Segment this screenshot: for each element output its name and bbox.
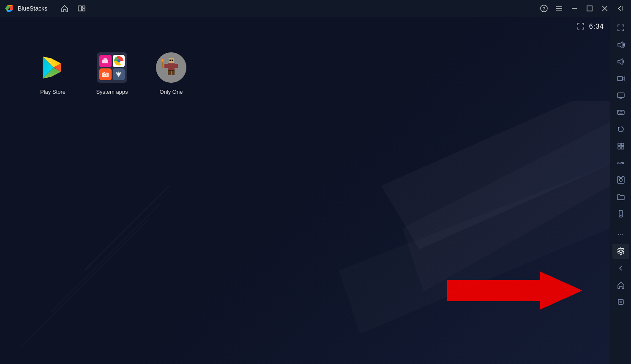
svg-rect-25: [104, 58, 107, 60]
svg-rect-43: [162, 61, 163, 68]
svg-rect-53: [617, 110, 624, 114]
bluestacks-logo-icon: [4, 3, 14, 14]
menu-button[interactable]: [552, 2, 566, 15]
svg-rect-40: [168, 70, 175, 71]
svg-line-21: [85, 186, 169, 270]
sidebar-macro-icon[interactable]: [612, 139, 629, 154]
svg-marker-46: [618, 42, 622, 48]
sidebar-home-icon[interactable]: [612, 277, 629, 293]
svg-rect-6: [82, 6, 85, 8]
svg-rect-61: [621, 143, 624, 146]
only-one-label: Only One: [160, 89, 183, 95]
svg-rect-66: [620, 215, 621, 216]
svg-rect-65: [619, 210, 623, 217]
maximize-button[interactable]: [583, 2, 596, 15]
svg-rect-55: [620, 111, 620, 112]
main-container: 6:34: [0, 17, 631, 364]
system-apps-icon-wrap: [95, 51, 129, 84]
svg-marker-49: [623, 77, 624, 80]
svg-point-64: [619, 179, 622, 182]
sidebar-recent-icon[interactable]: [612, 294, 629, 310]
svg-rect-34: [169, 58, 174, 63]
sidebar-keyboard-icon[interactable]: [612, 105, 629, 120]
svg-point-30: [104, 73, 107, 76]
svg-rect-5: [78, 6, 82, 11]
svg-marker-47: [618, 59, 622, 65]
svg-rect-60: [618, 143, 620, 146]
svg-rect-57: [623, 111, 623, 112]
svg-rect-54: [618, 111, 619, 112]
logo: BlueStacks: [4, 3, 56, 14]
svg-rect-42: [172, 60, 173, 61]
home-nav-icon[interactable]: [60, 4, 69, 13]
app-item-system-apps[interactable]: System apps: [93, 51, 131, 95]
help-button[interactable]: ?: [537, 2, 551, 15]
sidebar-back-icon[interactable]: [612, 261, 629, 276]
svg-text:?: ?: [543, 6, 545, 11]
expand-button[interactable]: [575, 20, 587, 32]
sidebar-video-icon[interactable]: [612, 71, 629, 86]
sidebar-apk-icon[interactable]: APK: [612, 155, 629, 171]
app-grid: Play Store: [34, 51, 190, 95]
play-store-label: Play Store: [40, 89, 66, 95]
svg-rect-39: [172, 71, 175, 75]
svg-point-28: [117, 60, 120, 62]
system-apps-label: System apps: [96, 89, 128, 95]
svg-marker-20: [339, 165, 610, 334]
svg-rect-69: [620, 301, 622, 303]
right-sidebar: APK ···: [610, 17, 631, 364]
svg-rect-50: [617, 93, 624, 98]
svg-point-67: [620, 250, 622, 253]
more-dots: ···: [618, 231, 623, 237]
only-one-icon-wrap: [154, 51, 188, 84]
svg-rect-7: [82, 9, 85, 11]
sidebar-settings-icon[interactable]: [612, 244, 629, 259]
minimize-button[interactable]: [568, 2, 581, 15]
svg-rect-36: [164, 64, 168, 68]
svg-rect-38: [168, 71, 171, 75]
title-bar-nav: [60, 4, 86, 13]
svg-rect-56: [621, 111, 622, 112]
svg-rect-44: [161, 59, 164, 62]
multi-window-icon[interactable]: [77, 4, 86, 13]
svg-rect-31: [104, 72, 105, 73]
sidebar-tv-icon[interactable]: [612, 88, 629, 103]
svg-rect-37: [175, 64, 178, 68]
play-store-icon: [38, 52, 68, 83]
sidebar-fullscreen-icon[interactable]: [612, 20, 629, 35]
svg-rect-58: [619, 113, 623, 114]
sidebar-toggle-button[interactable]: [613, 2, 627, 15]
sidebar-volume-down-icon[interactable]: [612, 54, 629, 69]
sidebar-folder-icon[interactable]: [612, 189, 629, 204]
svg-rect-63: [621, 147, 624, 149]
only-one-icon: [156, 52, 186, 83]
sidebar-volume-up-icon[interactable]: [612, 37, 629, 52]
sidebar-replay-icon[interactable]: [612, 122, 629, 137]
sidebar-screenshot-icon[interactable]: [612, 172, 629, 187]
svg-rect-41: [169, 60, 171, 61]
time-display: 6:34: [589, 23, 604, 30]
svg-line-23: [21, 220, 148, 347]
sidebar-phone-icon[interactable]: [612, 206, 629, 221]
svg-rect-62: [618, 147, 620, 149]
apk-label: APK: [617, 161, 625, 165]
system-apps-icon: [97, 52, 127, 83]
app-title: BlueStacks: [18, 5, 47, 12]
play-store-icon-wrap: [36, 51, 70, 84]
svg-marker-45: [447, 272, 582, 310]
svg-rect-48: [617, 76, 623, 81]
sidebar-more-icon[interactable]: ···: [612, 227, 629, 242]
svg-rect-14: [587, 6, 592, 11]
svg-marker-3: [8, 10, 13, 12]
svg-marker-19: [402, 122, 610, 292]
content-area: 6:34: [0, 17, 610, 364]
window-controls: ?: [537, 2, 627, 15]
svg-marker-18: [381, 101, 610, 250]
close-button[interactable]: [598, 2, 612, 15]
red-arrow-annotation: [447, 265, 582, 318]
app-item-play-store[interactable]: Play Store: [34, 51, 72, 95]
title-bar: BlueStacks ?: [0, 0, 631, 17]
sidebar-divider: [615, 224, 627, 224]
app-item-only-one[interactable]: Only One: [152, 51, 190, 95]
svg-line-22: [51, 203, 161, 313]
